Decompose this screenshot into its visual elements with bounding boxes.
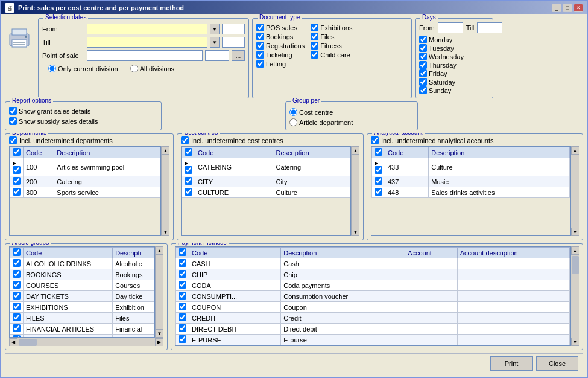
payment-row-checkbox[interactable]: [179, 270, 186, 278]
cost-scroll-up[interactable]: ▲: [352, 146, 360, 155]
from-date-dropdown[interactable]: ▼: [210, 24, 220, 34]
maximize-button[interactable]: □: [563, 4, 572, 12]
sunday-checkbox[interactable]: [419, 86, 427, 94]
all-divisions-label[interactable]: All divisions: [130, 65, 174, 72]
analytical-scroll-down[interactable]: ▼: [571, 228, 580, 236]
dept-all-checkbox[interactable]: [13, 148, 21, 156]
thursday-checkbox[interactable]: [419, 61, 427, 69]
article-scroll-right[interactable]: ▶: [155, 338, 163, 347]
fitness-checkbox[interactable]: [311, 42, 318, 50]
article-row-checkbox[interactable]: [13, 292, 21, 300]
tuesday-checkbox[interactable]: [419, 44, 427, 52]
payment-scrollbar[interactable]: ▲ ▼: [571, 246, 579, 346]
till-date-dropdown[interactable]: ▼: [210, 37, 220, 48]
analytical-scroll-up[interactable]: ▲: [571, 146, 580, 155]
monday-checkbox[interactable]: [419, 36, 427, 43]
cost-all-checkbox[interactable]: [185, 148, 192, 156]
cost-centre-radio[interactable]: [289, 108, 297, 116]
cost-scroll-down[interactable]: ▼: [352, 228, 360, 236]
cost-centre-text: Cost centre: [299, 109, 333, 116]
cost-scrollbar[interactable]: ▲ ▼: [351, 146, 359, 236]
pos-input[interactable]: [87, 50, 203, 61]
dept-row-checkbox[interactable]: [13, 188, 21, 196]
from-date-input[interactable]: [87, 24, 207, 34]
files-checkbox[interactable]: [311, 33, 318, 40]
analytical-row-checkbox[interactable]: [375, 177, 382, 185]
ticketing-checkbox[interactable]: [256, 51, 264, 59]
close-button[interactable]: Close: [536, 356, 578, 371]
bookings-checkbox[interactable]: [256, 33, 264, 40]
subsidy-sales-checkbox[interactable]: [9, 117, 17, 125]
article-row-checkbox[interactable]: [13, 324, 21, 332]
print-button[interactable]: Print: [490, 356, 533, 371]
payment-row-checkbox[interactable]: [179, 259, 186, 267]
analytical-row-checkbox[interactable]: [375, 166, 382, 174]
child-care-checkbox[interactable]: [311, 51, 318, 59]
payment-row-checkbox[interactable]: [179, 281, 186, 289]
article-scroll-left[interactable]: ◀: [9, 338, 17, 347]
payment-all-checkbox[interactable]: [179, 248, 186, 256]
article-row-checkbox[interactable]: [13, 281, 21, 289]
article-horz-scrollbar[interactable]: ◀ ▶: [9, 338, 163, 346]
grant-sales-checkbox[interactable]: [9, 107, 17, 115]
dept-scrollbar[interactable]: ▲ ▼: [161, 146, 169, 236]
article-row-checkbox[interactable]: [13, 270, 21, 278]
cost-row-checkbox[interactable]: [185, 188, 192, 196]
payment-scroll-down[interactable]: ▼: [571, 338, 580, 346]
cost-row-checkbox[interactable]: [185, 177, 192, 185]
payment-code-cell: E-PURSE: [189, 335, 281, 345]
cost-centre-label[interactable]: Cost centre: [289, 108, 414, 116]
current-division-radio[interactable]: [48, 65, 56, 72]
current-division-label[interactable]: Only current division: [48, 65, 118, 72]
friday-checkbox[interactable]: [419, 69, 427, 77]
pos-sales-checkbox[interactable]: [256, 24, 264, 31]
from-time-input[interactable]: 00 : 00: [222, 24, 245, 34]
close-window-button[interactable]: ✕: [574, 4, 583, 12]
article-dept-radio[interactable]: [289, 118, 297, 126]
wednesday-checkbox[interactable]: [419, 53, 427, 60]
payment-row-checkbox[interactable]: [179, 313, 186, 321]
pos-browse-button[interactable]: ...: [232, 50, 245, 61]
till-time-input[interactable]: 23 : 59: [222, 37, 245, 48]
payment-scroll-thumb[interactable]: [572, 256, 579, 274]
payment-scroll-up[interactable]: ▲: [571, 246, 580, 255]
dept-scroll-up[interactable]: ▲: [162, 146, 170, 155]
dept-scroll-down[interactable]: ▼: [162, 228, 170, 236]
dept-row-checkbox[interactable]: [13, 177, 21, 185]
payment-row-checkbox[interactable]: [179, 292, 186, 300]
incl-cost-checkbox[interactable]: [181, 136, 189, 144]
payment-row-checkbox[interactable]: [179, 335, 186, 343]
dept-row-checkbox[interactable]: [13, 166, 21, 174]
exhibitions-checkbox[interactable]: [311, 24, 318, 31]
wednesday-text: Wednesday: [429, 53, 464, 60]
all-divisions-radio[interactable]: [130, 65, 138, 72]
analytical-scrollbar[interactable]: ▲ ▼: [571, 146, 579, 236]
article-scrollbar[interactable]: ▲ ▼: [155, 246, 163, 338]
till-date-input[interactable]: [87, 37, 207, 48]
letting-checkbox[interactable]: [256, 60, 264, 68]
article-dept-label[interactable]: Article department: [289, 118, 414, 126]
analytical-row-checkbox[interactable]: [375, 188, 382, 196]
payment-account-desc-cell: [457, 302, 569, 313]
incl-analytical-checkbox[interactable]: [371, 136, 379, 144]
analytical-all-checkbox[interactable]: [375, 148, 382, 156]
saturday-checkbox[interactable]: [419, 78, 427, 86]
days-from-time[interactable]: 00 : 00: [438, 22, 463, 33]
cost-row-checkbox[interactable]: [185, 166, 192, 174]
article-row-checkbox[interactable]: [13, 303, 21, 310]
article-all-checkbox[interactable]: [13, 248, 21, 256]
payment-row-checkbox[interactable]: [179, 303, 186, 310]
pos-code-input[interactable]: [205, 50, 229, 61]
bottom-bar: Print Close: [5, 353, 583, 373]
cost-table: Code Description ▶ CATERING Catering: [182, 147, 350, 198]
days-till-time[interactable]: 23 : 59: [477, 22, 502, 33]
article-horz-thumb[interactable]: [19, 339, 37, 346]
incl-dept-checkbox[interactable]: [9, 136, 17, 144]
minimize-button[interactable]: _: [552, 4, 561, 12]
registrations-checkbox[interactable]: [256, 42, 264, 50]
payment-row-checkbox[interactable]: [179, 324, 186, 332]
article-scroll-down[interactable]: ▼: [156, 329, 164, 338]
article-row-checkbox[interactable]: [13, 259, 21, 267]
article-scroll-up[interactable]: ▲: [156, 246, 164, 255]
article-row-checkbox[interactable]: [13, 313, 21, 321]
